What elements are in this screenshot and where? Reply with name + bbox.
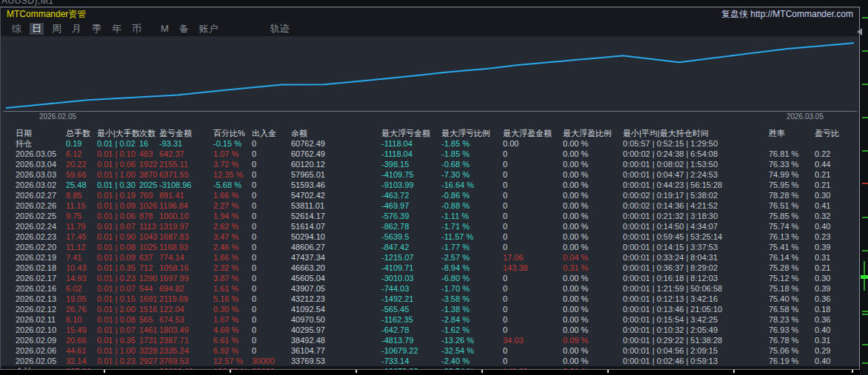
- watermark-link[interactable]: 复盘侠 http://MTCommander.com: [721, 8, 853, 21]
- cell: 33769.53: [291, 356, 381, 366]
- table-row[interactable]: 2026.02.259.750.01 | 0.068781000.101.94 …: [1, 211, 859, 221]
- menu-item-M[interactable]: M: [158, 23, 171, 35]
- cell: 0: [252, 211, 291, 221]
- cell: 75.85 %: [769, 211, 815, 221]
- menu-item-日[interactable]: 日: [30, 23, 44, 35]
- cell: 2026.02.13: [16, 294, 66, 304]
- table-row[interactable]: 2026.02.1226.760.01 | 2.001516122.040.30…: [1, 304, 859, 314]
- cell: 0:00:01 | 0:21:32 | 3:18:30: [623, 211, 769, 221]
- table-row[interactable]: 2026.02.166.020.01 | 0.07544694.821.61 %…: [1, 283, 859, 294]
- cell: -10679.22: [381, 345, 441, 356]
- cell: 0: [503, 325, 563, 335]
- menu-item-年[interactable]: 年: [110, 23, 124, 35]
- cell: 0.21: [815, 169, 859, 180]
- cell: 0: [252, 304, 291, 314]
- cell: 76.81 %: [769, 149, 815, 159]
- cell: 0: [503, 221, 563, 232]
- table-row[interactable]: 2026.02.116.100.01 | 0.08565674.531.67 %…: [1, 314, 859, 325]
- cell: 0: [252, 138, 291, 149]
- menu-item-周[interactable]: 周: [50, 23, 64, 35]
- table-row[interactable]: 2026.03.0359.660.01 | 1.0038706371.5512.…: [1, 169, 859, 180]
- cell: 674.53: [159, 314, 213, 325]
- table-row[interactable]: 2026.02.2011.120.01 | 0.0810251168.932.4…: [1, 242, 859, 252]
- cell: 0: [503, 159, 563, 169]
- cell: 52614.17: [291, 211, 381, 221]
- cell: 30000: [252, 356, 291, 366]
- cell: 0.30: [815, 190, 859, 200]
- chart-date-axis: 2026.02.05 2026.03.05: [1, 112, 859, 121]
- cell: -1.38 %: [441, 304, 503, 314]
- menu-item-账户[interactable]: 账户: [197, 23, 221, 35]
- table-row[interactable]: 2026.02.2411.790.01 | 0.0711131319.972.6…: [1, 221, 859, 232]
- cell: -3.58 %: [441, 294, 503, 304]
- cell: 75.41 %: [769, 242, 815, 252]
- table-row[interactable]: 2026.02.197.410.01 | 0.09637774.141.66 %…: [1, 252, 859, 263]
- position-row[interactable]: 持仓0.190.01 | 0.0216-93.31-0.15 %060762.4…: [1, 138, 859, 149]
- cell: 0.18: [815, 304, 859, 314]
- cell: 122.04: [159, 304, 213, 314]
- table-row[interactable]: 2026.02.278.850.01 | 0.19769891.411.66 %…: [1, 190, 859, 200]
- cell: 次数: [139, 128, 159, 138]
- cell: 6.12: [66, 149, 97, 159]
- cell: 1168.93: [159, 242, 213, 252]
- cell: [769, 138, 815, 149]
- cell: 0.00 %: [563, 283, 623, 294]
- cell: 0.01 | 1.00: [97, 169, 139, 180]
- cell: 合计: [16, 366, 66, 369]
- menu-item-轨迹[interactable]: 轨迹: [268, 23, 292, 35]
- cell: 6.10: [66, 314, 97, 325]
- cell: -0.68 %: [441, 159, 503, 169]
- cell: -8.94 %: [441, 263, 503, 273]
- table-row[interactable]: 2026.02.2611.150.01 | 0.0910261196.842.2…: [1, 200, 859, 211]
- table-row[interactable]: 2026.02.0920.660.01 | 0.3517312387.716.6…: [1, 335, 859, 345]
- cell: -0.88 %: [441, 200, 503, 211]
- cell: 1697.99: [159, 273, 213, 283]
- cell: 0.41: [815, 200, 859, 211]
- cell: 0: [252, 149, 291, 159]
- cell: 出入金: [252, 128, 291, 138]
- menu-item-季[interactable]: 季: [90, 23, 104, 35]
- table-row[interactable]: 2026.02.0532.140.01 | 0.2329273769.5312.…: [1, 356, 859, 366]
- table-row[interactable]: 2026.02.1810.430.01 | 0.357121058.162.32…: [1, 263, 859, 273]
- table-row[interactable]: 2026.03.0225.480.01 | 0.302025-3108.96-5…: [1, 180, 859, 190]
- table-row[interactable]: 2026.02.2317.450.01 | 0.9010431687.833.4…: [1, 232, 859, 242]
- cell: [623, 366, 769, 369]
- menu-item-综[interactable]: 综: [10, 23, 24, 35]
- menu-item-币[interactable]: 币: [130, 23, 144, 35]
- total-row[interactable]: 合计385.3830669.18102.23 %30000-10679.22-3…: [1, 366, 859, 369]
- cell: 0.00 %: [563, 200, 623, 211]
- cell: 59.66: [66, 169, 97, 180]
- menu-item-备[interactable]: 备: [177, 23, 191, 35]
- cell: 60120.12: [291, 159, 381, 169]
- cell: 0: [503, 149, 563, 159]
- panel-title: MTCommander资管: [7, 8, 86, 21]
- scrollbar-arrow-icon[interactable]: [857, 28, 862, 36]
- menu-item-月[interactable]: 月: [70, 23, 84, 35]
- cell: 0:00:01 | 0:14:50 | 4:34:07: [623, 221, 769, 232]
- cell: 0.01 | 0.06: [97, 159, 139, 169]
- cell: 0: [503, 180, 563, 190]
- table-row[interactable]: 2026.02.1319.050.01 | 0.1516912119.695.1…: [1, 294, 859, 304]
- equity-chart[interactable]: [3, 36, 857, 112]
- cell: 0: [503, 294, 563, 304]
- cell: -4109.71: [381, 263, 441, 273]
- table-row[interactable]: 2026.03.056.120.01 | 0.10483642.371.07 %…: [1, 149, 859, 159]
- cell: 34.03: [503, 335, 563, 345]
- cell: 2.46 %: [213, 242, 252, 252]
- cell: 2026.02.17: [16, 273, 66, 283]
- cell: -3010.03: [381, 273, 441, 283]
- price-tick: [862, 117, 868, 118]
- cell: 0.00 %: [563, 149, 623, 159]
- cell: 2155.11: [159, 159, 213, 169]
- table-row[interactable]: 2026.03.0420.220.01 | 0.0619222155.113.7…: [1, 159, 859, 169]
- cell: 0:00:02 | 0:24:38 | 6:54:08: [623, 149, 769, 159]
- title-bar[interactable]: MTCommander资管 复盘侠 http://MTCommander.com: [1, 7, 859, 21]
- table-row[interactable]: 2026.02.1714.930.01 | 0.2312901697.993.8…: [1, 273, 859, 283]
- table-row[interactable]: 2026.02.0644.610.01 | 1.0032282335.246.9…: [1, 345, 859, 356]
- cell: 0: [252, 283, 291, 294]
- cell: 0.00 %: [563, 294, 623, 304]
- cell: 0:00:02 | 0:14:36 | 4:21:52: [623, 200, 769, 211]
- table-row[interactable]: 2026.02.1015.490.01 | 0.0714611803.494.6…: [1, 325, 859, 335]
- cell: 45605.04: [291, 273, 381, 283]
- cell: 1.67 %: [213, 314, 252, 325]
